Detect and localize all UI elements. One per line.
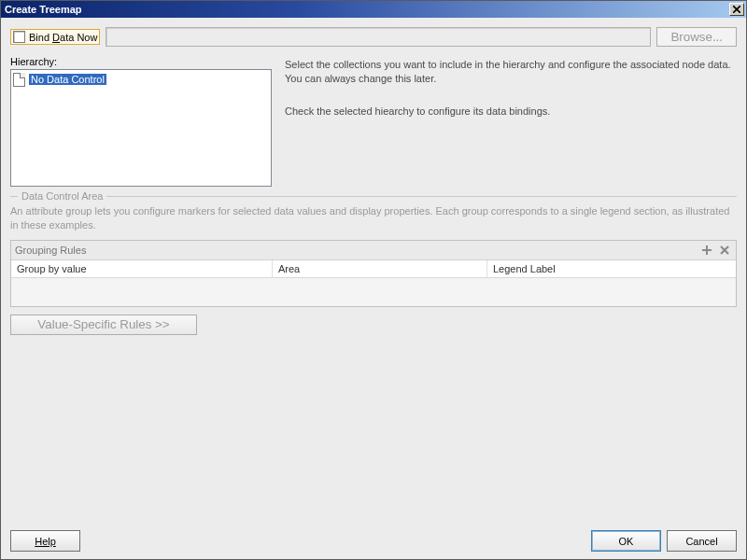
- column-area[interactable]: Area: [273, 260, 487, 277]
- remove-rule-button[interactable]: [717, 243, 732, 258]
- attribute-group-description: An attribute group lets you configure ma…: [10, 204, 737, 232]
- column-group-by-value[interactable]: Group by value: [11, 260, 273, 277]
- bind-data-now-label: Bind Data Now: [29, 32, 97, 43]
- description-line2: Check the selected hiearchy to configure…: [285, 105, 737, 119]
- mid-row: Hierarchy: No Data Control Select the co…: [10, 56, 737, 187]
- titlebar: Create Treemap: [1, 1, 746, 18]
- grouping-columns-header: Group by value Area Legend Label: [11, 260, 736, 278]
- svg-rect-3: [702, 249, 712, 251]
- browse-button: Browse...: [656, 27, 737, 47]
- hierarchy-item[interactable]: No Data Control: [13, 72, 269, 87]
- grouping-rules-body[interactable]: [11, 278, 736, 306]
- column-legend-label[interactable]: Legend Label: [487, 260, 736, 277]
- grouping-rules-toolbar: [699, 243, 732, 258]
- window-title: Create Treemap: [5, 4, 729, 15]
- plus-icon: [701, 245, 712, 256]
- dialog-window: Create Treemap Bind Data Now Browse... H…: [0, 0, 747, 560]
- dialog-content: Bind Data Now Browse... Hierarchy: No Da…: [1, 18, 746, 559]
- close-icon: [733, 6, 740, 13]
- data-path-input: [106, 27, 651, 47]
- grouping-rules-header: Grouping Rules: [11, 241, 736, 260]
- hierarchy-tree[interactable]: No Data Control: [10, 69, 272, 187]
- top-row: Bind Data Now Browse...: [10, 27, 737, 47]
- description-line1: Select the collections you want to inclu…: [285, 58, 737, 86]
- data-control-legend: Data Control Area: [18, 190, 106, 202]
- description-column: Select the collections you want to inclu…: [285, 56, 737, 187]
- checkbox-icon: [13, 31, 25, 43]
- ok-button[interactable]: OK: [591, 530, 661, 552]
- button-row: Help OK Cancel: [10, 523, 737, 552]
- close-button[interactable]: [729, 3, 744, 16]
- help-button[interactable]: Help: [10, 530, 80, 552]
- x-icon: [719, 245, 730, 256]
- hierarchy-column: Hierarchy: No Data Control: [10, 56, 272, 187]
- file-icon: [13, 73, 25, 87]
- cancel-button[interactable]: Cancel: [667, 530, 737, 552]
- value-specific-rules-button: Value-Specific Rules >>: [10, 315, 197, 335]
- hierarchy-item-label: No Data Control: [29, 74, 106, 85]
- grouping-rules-title: Grouping Rules: [15, 245, 699, 256]
- add-rule-button[interactable]: [699, 243, 714, 258]
- data-control-area: Data Control Area An attribute group let…: [10, 196, 737, 335]
- hierarchy-label: Hierarchy:: [10, 56, 272, 67]
- grouping-rules-panel: Grouping Rules: [10, 240, 737, 307]
- bind-data-now-checkbox[interactable]: Bind Data Now: [10, 29, 100, 45]
